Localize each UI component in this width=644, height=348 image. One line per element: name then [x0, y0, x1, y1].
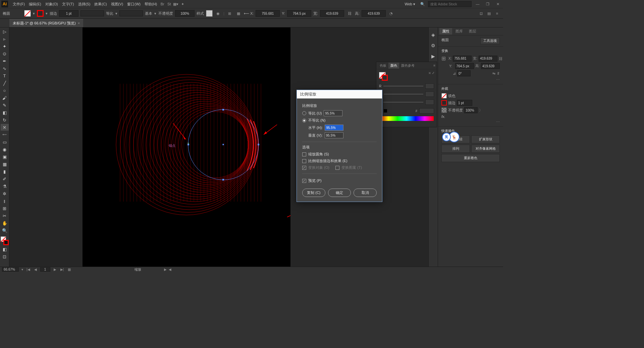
- prop-stroke-weight[interactable]: [457, 100, 472, 106]
- fill-stroke-toggle[interactable]: [1, 236, 9, 245]
- style-swatch[interactable]: [206, 10, 213, 17]
- search-icon[interactable]: 🔍: [419, 1, 426, 7]
- eyedropper-tool[interactable]: ✐: [1, 176, 9, 182]
- menu-view[interactable]: 视图(V): [109, 1, 125, 7]
- prop-h-input[interactable]: [481, 63, 500, 69]
- slice-tool[interactable]: ✂: [1, 212, 9, 219]
- prop-w-input[interactable]: [479, 56, 497, 62]
- w-input[interactable]: [320, 10, 344, 17]
- prop-opacity-swatch[interactable]: [441, 108, 447, 113]
- vertical-input[interactable]: [325, 132, 343, 138]
- toolbox-stroke-swatch[interactable]: [3, 240, 9, 245]
- line-tool[interactable]: ╱: [1, 80, 9, 86]
- swap-fill-stroke-icon[interactable]: ⤭ ⤦: [428, 71, 435, 75]
- stroke-dropdown-icon[interactable]: ▾: [46, 11, 48, 16]
- link-wh-prop-icon[interactable]: ⛓: [499, 57, 502, 61]
- shape-tool-icon[interactable]: ◔: [388, 10, 394, 17]
- edit-icon[interactable]: ▤: [486, 10, 492, 17]
- artboard-nav-icon[interactable]: ▦: [67, 268, 71, 271]
- symbol-sprayer-tool[interactable]: ✲: [1, 190, 9, 197]
- brush-def[interactable]: [119, 10, 143, 16]
- shaper-tool[interactable]: ✎: [1, 102, 9, 109]
- x-input[interactable]: [256, 10, 280, 17]
- status-arrows[interactable]: ▶ ◀: [164, 268, 171, 271]
- menu-edit[interactable]: 编辑(E): [27, 1, 43, 7]
- isolate-icon[interactable]: ⊡: [478, 10, 484, 17]
- zoom-display[interactable]: 66.67%: [2, 267, 19, 272]
- menu-type[interactable]: 文字(T): [60, 1, 76, 7]
- prev-artboard-icon[interactable]: ◀: [34, 268, 38, 271]
- arrange-docs-icon[interactable]: ▦▾: [172, 1, 179, 7]
- recolor-button[interactable]: 重新着色: [441, 154, 500, 162]
- h-input[interactable]: [362, 10, 386, 17]
- ime-lang[interactable]: 英: [442, 133, 451, 141]
- uniform-radio[interactable]: [302, 111, 306, 115]
- fill-swatch[interactable]: [24, 10, 31, 17]
- menu-object[interactable]: 对象(O): [43, 1, 60, 7]
- eraser-tool[interactable]: ◧: [1, 109, 9, 116]
- align-icon[interactable]: ⊞: [226, 10, 233, 17]
- pen-tool[interactable]: ✒: [1, 58, 9, 64]
- prop-fill-swatch[interactable]: [441, 93, 447, 98]
- minimize-button[interactable]: —: [474, 1, 482, 7]
- opacity-input[interactable]: [175, 10, 195, 17]
- pixel-grid-button[interactable]: 对齐像素网格: [471, 145, 500, 153]
- stroke-weight-input[interactable]: [59, 10, 78, 17]
- menu-window[interactable]: 窗口(W): [125, 1, 143, 7]
- menu-select[interactable]: 选择(S): [76, 1, 93, 7]
- direct-selection-tool[interactable]: ▹: [1, 36, 9, 42]
- free-transform-tool[interactable]: ▭: [1, 139, 9, 145]
- prop-stroke-swatch[interactable]: [441, 100, 447, 106]
- prop-opacity-input[interactable]: [464, 107, 478, 113]
- selection-tool[interactable]: ▷: [1, 28, 9, 35]
- arrange-button[interactable]: 排列: [441, 145, 470, 153]
- b-slider[interactable]: [383, 102, 423, 102]
- shape-builder-tool[interactable]: ◉: [1, 146, 9, 153]
- g-slider[interactable]: [384, 94, 423, 94]
- width-tool[interactable]: ⬳: [1, 131, 9, 138]
- magic-wand-tool[interactable]: ✦: [1, 43, 9, 50]
- close-button[interactable]: ✕: [494, 1, 502, 7]
- hand-tool[interactable]: ✋: [1, 220, 9, 226]
- zoom-tool[interactable]: 🔍: [1, 227, 9, 234]
- last-artboard-icon[interactable]: ▶|: [60, 268, 65, 271]
- copy-button[interactable]: 复制 (C): [302, 189, 325, 197]
- stroke-swatch[interactable]: [37, 10, 44, 17]
- workspace-switcher[interactable]: Web ▾: [403, 1, 417, 7]
- reference-point-icon[interactable]: ⊞: [441, 55, 446, 62]
- b-value[interactable]: [425, 99, 434, 105]
- menu-file[interactable]: 文件(F): [11, 1, 27, 7]
- horizontal-input[interactable]: [325, 125, 343, 131]
- stock-icon[interactable]: St: [166, 1, 172, 7]
- lasso-tool[interactable]: ⊙: [1, 50, 9, 57]
- preview-check[interactable]: [302, 179, 306, 183]
- paintbrush-tool[interactable]: 🖌: [1, 94, 9, 101]
- expand-shape-button[interactable]: 扩展形状: [471, 135, 500, 143]
- perspective-tool[interactable]: ▣: [1, 153, 9, 160]
- flip-v-icon[interactable]: ⥯: [497, 71, 500, 76]
- y-input[interactable]: [287, 10, 311, 17]
- scale-strokes-check[interactable]: [302, 159, 306, 163]
- color-spectrum[interactable]: [379, 116, 434, 121]
- options-menu-icon[interactable]: ≡: [494, 10, 500, 17]
- search-stock-input[interactable]: [428, 1, 472, 7]
- artboard-num[interactable]: 1: [40, 267, 50, 272]
- bridge-icon[interactable]: Br: [159, 1, 166, 7]
- r-slider[interactable]: [383, 86, 423, 86]
- uniform-input[interactable]: [324, 110, 342, 116]
- gradient-tool[interactable]: ▮: [1, 168, 9, 175]
- color-panel-stroke[interactable]: [382, 75, 388, 81]
- cancel-button[interactable]: 取消: [354, 189, 377, 197]
- tool-options-button[interactable]: 工具选项: [480, 38, 500, 44]
- tab-color-guide[interactable]: 颜色参考: [399, 63, 417, 69]
- draw-mode-icon[interactable]: ◧: [1, 246, 9, 253]
- hex-value[interactable]: [419, 108, 434, 114]
- menu-effect[interactable]: 效果(C): [92, 1, 109, 7]
- graph-tool[interactable]: ⫿: [1, 198, 9, 204]
- next-artboard-icon[interactable]: ▶: [53, 268, 57, 271]
- tab-properties[interactable]: 属性: [439, 28, 452, 34]
- rotate-tool[interactable]: ↻: [1, 117, 9, 123]
- menu-help[interactable]: 帮助(H): [143, 1, 159, 7]
- transform-icon[interactable]: ▦: [235, 10, 242, 17]
- scale-corners-check[interactable]: [302, 152, 306, 156]
